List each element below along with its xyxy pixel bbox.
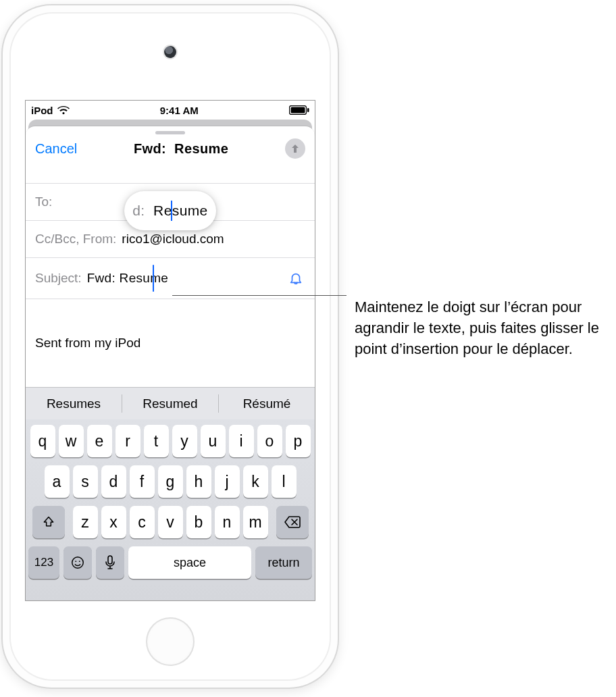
key-123[interactable]: 123 — [28, 546, 59, 579]
sheet-nav: Cancel Fwd: Resume — [26, 134, 315, 165]
emoji-icon — [70, 555, 85, 570]
text-magnifier-loupe: d: Re sume — [124, 191, 216, 230]
key-b[interactable]: b — [186, 506, 211, 538]
svg-point-4 — [75, 561, 76, 562]
bell-icon — [288, 271, 303, 286]
suggestion-0[interactable]: Resumes — [26, 388, 122, 419]
svg-point-3 — [72, 557, 84, 569]
key-i[interactable]: i — [229, 425, 254, 457]
front-camera — [164, 46, 176, 58]
key-x[interactable]: x — [101, 506, 126, 538]
key-return[interactable]: return — [255, 546, 312, 579]
key-c[interactable]: c — [130, 506, 155, 538]
shift-icon — [42, 515, 55, 529]
key-d[interactable]: d — [101, 465, 126, 498]
loupe-post-caret: sume — [172, 203, 208, 219]
svg-point-5 — [79, 561, 80, 562]
key-v[interactable]: v — [158, 506, 183, 538]
battery-icon — [289, 105, 309, 115]
backspace-icon — [284, 516, 301, 528]
svg-rect-2 — [307, 108, 309, 112]
callout-leader-line — [172, 295, 346, 296]
key-t[interactable]: t — [144, 425, 169, 457]
key-l[interactable]: l — [272, 465, 297, 498]
keyboard-row-bottom: 123 space return — [28, 546, 312, 579]
subject-label: Subject: — [35, 271, 82, 286]
compose-fields: To: Cc/Bcc, From: rico1@icloud.com Subje… — [26, 165, 315, 299]
send-button[interactable] — [285, 138, 305, 159]
status-bar: iPod 9:41 AM — [26, 101, 315, 120]
key-z[interactable]: z — [73, 506, 98, 538]
key-q[interactable]: q — [30, 425, 55, 457]
microphone-icon — [104, 555, 116, 570]
keyboard-row-1: q w e r t y u i o p — [28, 425, 312, 457]
notify-button[interactable] — [286, 269, 305, 288]
cc-value[interactable]: rico1@icloud.com — [122, 232, 305, 247]
key-shift[interactable] — [32, 506, 65, 538]
to-label: To: — [35, 195, 52, 209]
key-r[interactable]: r — [116, 425, 140, 457]
keyboard-row-3: z x c v b n m — [28, 506, 312, 538]
home-button[interactable] — [146, 617, 195, 666]
sheet-title: Fwd: Resume — [134, 141, 228, 157]
key-h[interactable]: h — [186, 465, 211, 498]
svg-rect-6 — [108, 556, 112, 564]
subject-field-row[interactable]: Subject: Fwd: Resume — [26, 258, 315, 299]
title-rest: Resume — [174, 141, 228, 156]
key-g[interactable]: g — [158, 465, 183, 498]
key-n[interactable]: n — [215, 506, 240, 538]
suggestion-2[interactable]: Résumé — [219, 388, 315, 419]
key-u[interactable]: u — [201, 425, 226, 457]
loupe-left-text: d: — [132, 203, 145, 219]
arrow-up-icon — [290, 143, 301, 154]
cc-label: Cc/Bcc, From: — [35, 232, 116, 247]
compose-sheet: Cancel Fwd: Resume To: Cc/Bcc, From: ric… — [26, 126, 315, 600]
quicktype-suggestion-bar: Resumes Resumed Résumé — [26, 387, 315, 419]
title-prefix: Fwd: — [134, 141, 166, 156]
keyboard-row-2: a s d f g h j k l — [28, 465, 312, 498]
key-y[interactable]: y — [172, 425, 197, 457]
key-m[interactable]: m — [243, 506, 268, 538]
keyboard: q w e r t y u i o p a s d f g h — [26, 419, 315, 600]
svg-rect-1 — [291, 107, 305, 113]
ipod-device-frame: iPod 9:41 AM Cancel Fwd: Resume — [3, 5, 338, 688]
key-backspace[interactable] — [276, 506, 309, 538]
key-dictation[interactable] — [96, 546, 124, 579]
loupe-pre-caret: Re — [153, 203, 172, 219]
key-f[interactable]: f — [130, 465, 155, 498]
key-j[interactable]: j — [215, 465, 240, 498]
key-o[interactable]: o — [257, 425, 282, 457]
key-p[interactable]: p — [286, 425, 311, 457]
callout-text: Maintenez le doigt sur l’écran pour agra… — [355, 297, 606, 359]
cancel-button[interactable]: Cancel — [35, 141, 77, 157]
key-k[interactable]: k — [243, 465, 268, 498]
key-e[interactable]: e — [87, 425, 112, 457]
signature-text: Sent from my iPod — [35, 336, 140, 350]
wifi-icon — [57, 105, 70, 115]
suggestion-1[interactable]: Resumed — [122, 388, 218, 419]
device-label: iPod — [31, 105, 53, 116]
key-a[interactable]: a — [45, 465, 70, 498]
key-w[interactable]: w — [59, 425, 84, 457]
clock: 9:41 AM — [160, 105, 199, 116]
text-caret — [153, 265, 154, 292]
subject-value[interactable]: Fwd: Resume — [87, 271, 286, 286]
key-emoji[interactable] — [63, 546, 92, 579]
key-s[interactable]: s — [73, 465, 98, 498]
key-space[interactable]: space — [128, 546, 251, 579]
screen: iPod 9:41 AM Cancel Fwd: Resume — [25, 100, 315, 601]
